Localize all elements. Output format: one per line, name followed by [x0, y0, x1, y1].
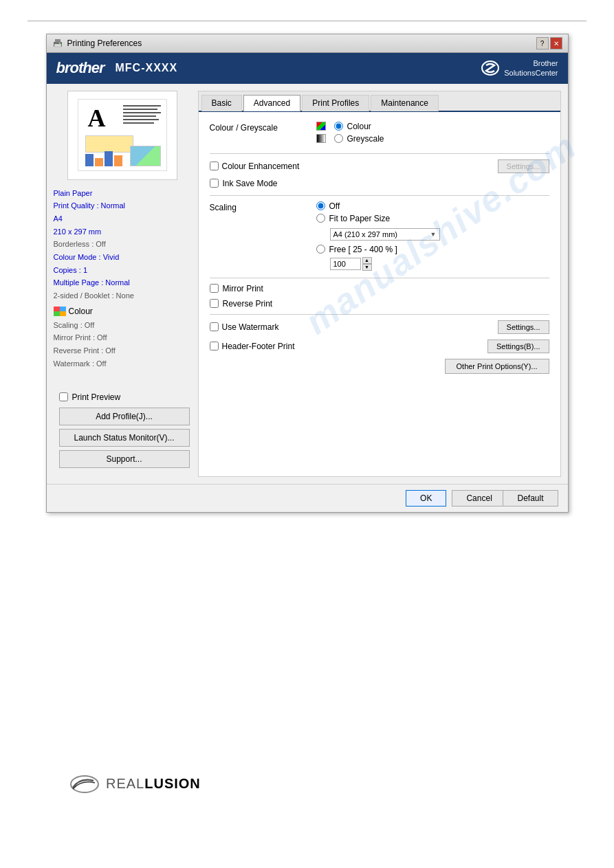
- titlebar-controls: ? ✕: [536, 37, 562, 49]
- titlebar-left: Printing Preferences: [52, 38, 142, 49]
- print-preview-label: Print Preview: [72, 392, 121, 402]
- print-preview-checkbox[interactable]: [59, 392, 68, 401]
- tabs-bar: Basic Advanced Print Profiles Maintenanc…: [199, 91, 560, 112]
- add-profile-button[interactable]: Add Profile(J)...: [59, 408, 190, 425]
- divider-2: [210, 195, 549, 196]
- real-text: REAL: [106, 776, 144, 791]
- dialog-footer: OK Cancel Help Default: [47, 484, 568, 512]
- scaling-sub-dropdown: A4 (210 x 297 mm) ▼: [330, 226, 549, 241]
- colour-option-label: Colour: [347, 122, 371, 131]
- watermark-checkbox[interactable]: [210, 322, 219, 331]
- header-footer-label-row: Header-Footer Print: [210, 342, 487, 351]
- bottom-logo: REALLUSION: [69, 774, 586, 794]
- default-button[interactable]: Default: [503, 490, 558, 507]
- header-bar: brother MFC-XXXX Brother SolutionsCenter: [47, 53, 568, 84]
- ok-button[interactable]: OK: [406, 490, 446, 507]
- scaling-off-label: Off: [329, 201, 340, 211]
- paper-size-dropdown[interactable]: A4 (210 x 297 mm) ▼: [330, 228, 440, 241]
- scaling-fit-radio[interactable]: [316, 214, 325, 223]
- preview-line-1: [123, 105, 161, 107]
- main-content: A: [47, 84, 568, 484]
- preview-line-6: [123, 122, 154, 124]
- reverse-print-label: Reverse Print: [223, 299, 273, 309]
- colour-mode-label: Colour Mode : Vivid: [54, 251, 191, 264]
- header-footer-checkbox[interactable]: [210, 342, 219, 350]
- colour-greyscale-row: Colour / Greyscale Colour: [210, 122, 549, 146]
- launch-status-button[interactable]: Launch Status Monitor(V)...: [59, 429, 190, 447]
- preview-lines: [123, 105, 161, 124]
- preview-line-5: [123, 119, 159, 120]
- header-footer-row: Header-Footer Print Settings(B)...: [210, 340, 549, 353]
- preview-line-4: [123, 115, 156, 117]
- preview-letter: A: [88, 104, 106, 133]
- scaling-value-input[interactable]: 100: [330, 258, 361, 270]
- ink-save-label: Ink Save Mode: [223, 179, 278, 188]
- header-footer-label: Header-Footer Print: [222, 342, 295, 351]
- tab-maintenance[interactable]: Maintenance: [371, 95, 439, 111]
- colour-radio[interactable]: [334, 122, 343, 131]
- scaling-off-radio[interactable]: [316, 201, 325, 210]
- reallusion-text: REALLUSION: [106, 776, 201, 792]
- chart-bar-2: [95, 158, 103, 166]
- paper-size-value: A4 (210 x 297 mm): [333, 230, 398, 238]
- preview-image: [130, 146, 161, 166]
- colour-enhancement-row: Colour Enhancement Settings...: [210, 159, 549, 173]
- two-sided-label: 2-sided / Booklet : None: [54, 289, 191, 302]
- close-button[interactable]: ✕: [550, 37, 562, 49]
- plain-paper-label: Plain Paper: [54, 187, 191, 200]
- scaling-off-row: Off: [316, 201, 549, 211]
- divider-4: [210, 314, 549, 315]
- scaling-free-radio[interactable]: [316, 245, 325, 254]
- tab-print-profiles[interactable]: Print Profiles: [302, 95, 369, 111]
- scaling-fit-row: Fit to Paper Size: [316, 214, 549, 223]
- settings-wrapper: Basic Advanced Print Profiles Maintenanc…: [199, 91, 560, 476]
- preview-content: A: [74, 98, 171, 173]
- watermark-settings-btn[interactable]: Settings...: [498, 320, 549, 334]
- printing-preferences-window: manualshive.com Printing Preferences ? ✕: [46, 34, 569, 513]
- header-footer-settings-btn[interactable]: Settings(B)...: [487, 340, 549, 353]
- svg-rect-6: [60, 307, 66, 311]
- watermark-row: Use Watermark Settings...: [210, 320, 549, 334]
- left-panel: A: [54, 91, 191, 477]
- colour-greyscale-label: Colour / Greyscale: [210, 122, 316, 133]
- reverse-print-checkbox[interactable]: [210, 299, 219, 308]
- svg-rect-1: [55, 39, 61, 43]
- scaling-free-label: Free [ 25 - 400 % ]: [329, 245, 397, 254]
- preview-paper: A: [78, 99, 167, 171]
- print-quality-label: Print Quality : Normal: [54, 199, 191, 212]
- brother-logo: brother: [56, 59, 105, 77]
- spinner-down-btn[interactable]: ▼: [362, 264, 372, 271]
- spinner-row: 100 ▲ ▼: [330, 257, 549, 271]
- svg-rect-5: [54, 307, 60, 311]
- colour-icon: [54, 307, 66, 316]
- cancel-button[interactable]: Cancel: [452, 490, 506, 507]
- spinner-up-btn[interactable]: ▲: [362, 257, 372, 264]
- preview-chart: [85, 151, 122, 166]
- reverse-print-row: Reverse Print: [210, 299, 549, 309]
- mirror-print-checkbox[interactable]: [210, 284, 219, 293]
- svg-point-3: [59, 43, 61, 44]
- tab-basic[interactable]: Basic: [201, 95, 242, 111]
- mirror-print-row: Mirror Print: [210, 284, 549, 293]
- help-button[interactable]: ?: [536, 37, 549, 49]
- svg-rect-8: [60, 311, 66, 316]
- right-panel: Basic Advanced Print Profiles Maintenanc…: [198, 91, 561, 477]
- scaling-section: Scaling Off Fit to Paper Size: [210, 201, 549, 271]
- dimensions-label: 210 x 297 mm: [54, 225, 191, 238]
- reverse-print-info: Reverse Print : Off: [54, 344, 191, 357]
- colour-enhancement-label-row: Colour Enhancement: [210, 162, 498, 171]
- greyscale-radio[interactable]: [334, 134, 343, 143]
- borderless-label: Borderless : Off: [54, 238, 191, 251]
- preview-line-2: [123, 109, 157, 110]
- ink-save-checkbox[interactable]: [210, 179, 219, 188]
- solutions-center: Brother SolutionsCenter: [481, 58, 558, 78]
- colour-enhancement-settings-btn[interactable]: Settings...: [498, 159, 549, 173]
- print-preview-row: Print Preview: [59, 392, 186, 402]
- tab-advanced[interactable]: Advanced: [243, 95, 300, 111]
- colour-enhancement-checkbox[interactable]: [210, 162, 219, 170]
- chart-bar-1: [85, 154, 94, 166]
- preview-box: A: [67, 91, 177, 180]
- greyscale-radio-row: Greyscale: [316, 134, 549, 144]
- other-print-options-btn[interactable]: Other Print Options(Y)...: [445, 359, 549, 374]
- support-button[interactable]: Support...: [59, 450, 190, 468]
